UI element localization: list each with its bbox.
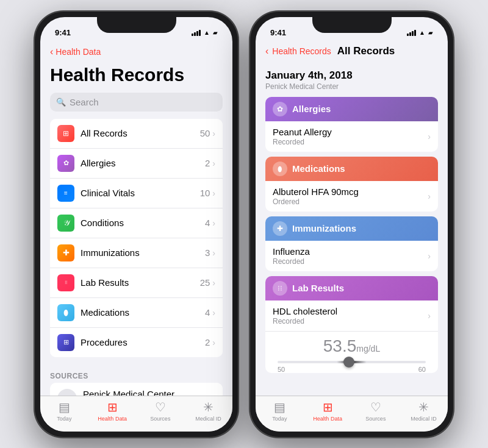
immunizations-category-icon: ✚: [273, 221, 287, 236]
allergies-icon: ✿: [57, 155, 74, 172]
penick-info: Penick Medical Center My Patient Portal: [83, 389, 212, 396]
tab-medical-id-left[interactable]: ✳ Medical ID: [184, 400, 232, 422]
back-chevron-left: ‹: [50, 46, 53, 57]
list-item-conditions[interactable]: 𝒴 Conditions 4 ›: [50, 208, 223, 238]
bar2: [194, 32, 196, 36]
tab-sources-left[interactable]: ♡ Sources: [137, 400, 185, 422]
health-data-label-left: Health Data: [98, 416, 127, 422]
category-medications: ⬮ Medications Albuterol HFA 90mcg Ordere…: [265, 157, 438, 212]
allergy-peanut-chevron: ›: [428, 132, 431, 141]
labresults-category-header[interactable]: ⁝⁝ Lab Results: [265, 276, 438, 300]
search-bar-left[interactable]: 🔍 Search: [50, 93, 223, 112]
medication-albuterol-name: Albuterol HFA 90mcg: [273, 187, 428, 197]
battery-icon-right: ▰: [428, 29, 433, 36]
sources-icon-left: ♡: [155, 400, 166, 414]
medication-albuterol[interactable]: Albuterol HFA 90mcg Ordered ›: [265, 181, 438, 212]
rbar2: [409, 32, 411, 36]
wifi-icon-left: ▲: [204, 29, 210, 36]
medications-category-icon: ⬮: [273, 162, 287, 176]
medication-albuterol-info: Albuterol HFA 90mcg Ordered: [273, 187, 428, 206]
allergies-category-icon: ✿: [273, 102, 287, 116]
lab-hdl-status: Recorded: [273, 317, 428, 325]
hdl-value-display: 53.5mg/dL: [265, 332, 438, 361]
labresults-category-title: Lab Results: [292, 283, 344, 293]
bar1: [192, 34, 193, 36]
conditions-chevron: ›: [212, 218, 215, 228]
immunization-influenza[interactable]: Influenza Recorded ›: [265, 241, 438, 271]
slider-min-label: 50: [278, 366, 285, 373]
immunizations-category-title: Immunizations: [292, 223, 356, 233]
back-label-right: Health Records: [272, 46, 331, 56]
allergies-category-title: Allergies: [292, 104, 331, 114]
allergies-label: Allergies: [81, 158, 205, 168]
list-item-procedures[interactable]: ⊞ Procedures 2 ›: [50, 328, 223, 357]
immunization-influenza-info: Influenza Recorded: [273, 246, 428, 266]
rbar3: [412, 31, 414, 36]
phone-left: 9:41 ▲ ▰ ‹ Health Data: [34, 11, 239, 438]
list-item-immunizations[interactable]: ✚ Immunizations 3 ›: [50, 238, 223, 268]
list-item-allergies[interactable]: ✿ Allergies 2 ›: [50, 149, 223, 179]
today-label-right: Today: [272, 416, 287, 422]
source-penick[interactable]: P Penick Medical Center My Patient Porta…: [50, 383, 223, 396]
tab-bar-right: ▤ Today ⊞ Health Data ♡ Sources ✳ Medica…: [256, 396, 448, 432]
status-icons-right: ▲ ▰: [407, 29, 433, 36]
tab-today-left[interactable]: ▤ Today: [40, 400, 88, 422]
search-placeholder-left: Search: [70, 97, 99, 107]
nav-bar-right[interactable]: ‹ Health Records All Records: [256, 44, 448, 62]
lab-hdl[interactable]: HDL cholesterol Recorded ›: [265, 300, 438, 332]
immunizations-chevron: ›: [212, 248, 215, 258]
nav-bar-left[interactable]: ‹ Health Data: [40, 44, 232, 62]
sources-label-left: Sources: [150, 416, 170, 422]
lab-hdl-info: HDL cholesterol Recorded: [273, 306, 428, 325]
page-title-left: Health Records: [40, 62, 232, 93]
list-item-clinical-vitals[interactable]: ≡ Clinical Vitals 10 ›: [50, 179, 223, 208]
immunizations-category-header[interactable]: ✚ Immunizations: [265, 216, 438, 241]
notch-left: [97, 17, 176, 33]
immunization-influenza-status: Recorded: [273, 257, 428, 266]
medical-id-icon-right: ✳: [418, 400, 429, 414]
records-list: ⊞ All Records 50 › ✿ Allergies 2 › ≡ Cli…: [50, 119, 223, 357]
status-icons-left: ▲ ▰: [192, 29, 218, 36]
list-item-lab-results[interactable]: ⁝⁝ Lab Results 25 ›: [50, 268, 223, 298]
list-item-medications[interactable]: ⬮ Medications 4 ›: [50, 298, 223, 328]
back-button-left[interactable]: ‹ Health Data: [50, 46, 223, 57]
category-lab-results: ⁝⁝ Lab Results HDL cholesterol Recorded …: [265, 276, 438, 373]
search-icon-left: 🔍: [56, 98, 66, 107]
medications-category-header[interactable]: ⬮ Medications: [265, 157, 438, 181]
all-records-chevron: ›: [212, 129, 215, 138]
signal-bars-right: [407, 30, 416, 36]
immunizations-count: 3: [205, 247, 210, 258]
hdl-slider-thumb: [343, 357, 354, 368]
today-icon-left: ▤: [59, 400, 70, 414]
content-left: Health Records 🔍 Search ⊞ All Records 50…: [40, 62, 232, 396]
tab-sources-right[interactable]: ♡ Sources: [352, 400, 400, 422]
signal-bars-left: [192, 30, 201, 36]
bar3: [196, 31, 198, 36]
time-left: 9:41: [55, 28, 71, 37]
penick-avatar: P: [57, 389, 77, 396]
allergy-peanut[interactable]: Peanut Allergy Recorded ›: [265, 121, 438, 152]
time-right: 9:41: [270, 28, 286, 37]
lab-results-count: 25: [200, 277, 210, 288]
health-data-icon-left: ⊞: [107, 400, 118, 414]
clinical-vitals-label: Clinical Vitals: [81, 188, 200, 198]
tab-health-data-left[interactable]: ⊞ Health Data: [88, 400, 137, 422]
records-content: ✿ Allergies Peanut Allergy Recorded ›: [256, 92, 448, 396]
allergies-category-header[interactable]: ✿ Allergies: [265, 97, 438, 121]
hdl-slider-track: [278, 361, 426, 363]
list-item-all-records[interactable]: ⊞ All Records 50 ›: [50, 119, 223, 149]
medical-id-label-left: Medical ID: [195, 416, 221, 422]
back-label-left: Health Data: [56, 47, 101, 57]
tab-health-data-right[interactable]: ⊞ Health Data: [304, 400, 352, 422]
current-label-right: All Records: [337, 45, 395, 57]
clinical-vitals-icon: ≡: [57, 185, 74, 202]
procedures-icon: ⊞: [57, 334, 74, 351]
labresults-category-icon: ⁝⁝: [273, 281, 287, 296]
tab-today-right[interactable]: ▤ Today: [256, 400, 304, 422]
procedures-chevron: ›: [212, 338, 215, 347]
lab-hdl-chevron: ›: [428, 311, 431, 321]
tab-medical-id-right[interactable]: ✳ Medical ID: [400, 400, 448, 422]
clinical-vitals-count: 10: [200, 188, 210, 198]
medications-category-title: Medications: [292, 163, 345, 174]
lab-results-chevron: ›: [212, 278, 215, 288]
